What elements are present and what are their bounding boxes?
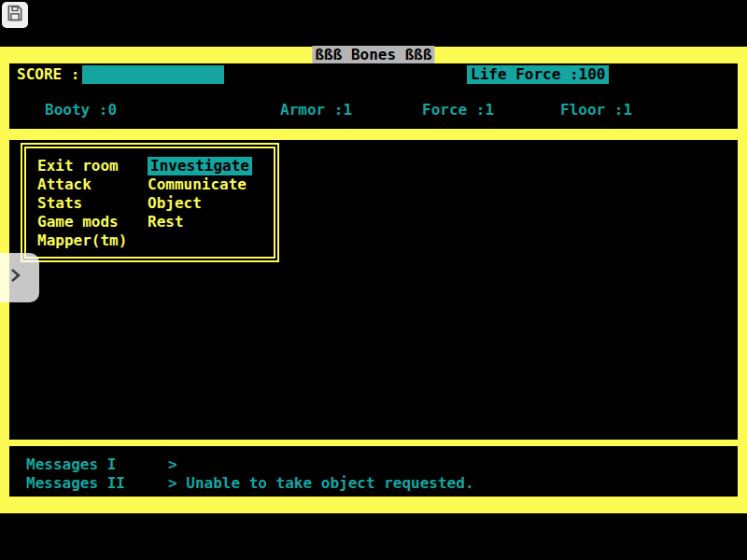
command-menu-border: Exit room Attack Stats Game mods Mapper(… [24,147,275,259]
command-menu: Exit room Attack Stats Game mods Mapper(… [21,143,279,262]
menu-item-communicate[interactable]: Communicate [148,175,247,194]
messages-1-label: Messages I [26,455,116,474]
stat-booty: Booty :0 [45,101,117,119]
menu-item-attack[interactable]: Attack [37,175,92,194]
messages-1-text: > [168,455,177,474]
dos-screen: ßßß Bones ßßß SCORE : 0 Life Force :100 … [0,47,747,513]
chevron-right-icon [7,266,24,289]
game-title: ßßß Bones ßßß [312,46,434,65]
messages-2-label: Messages II [26,474,125,493]
save-button[interactable] [2,2,28,28]
menu-item-mapper[interactable]: Mapper(tm) [37,231,127,250]
menu-item-game-mods[interactable]: Game mods [37,213,119,231]
menu-item-exit-room[interactable]: Exit room [37,157,119,175]
bones-game-screen: ßßß Bones ßßß SCORE : 0 Life Force :100 … [0,0,747,560]
score-label: SCORE : [17,65,79,84]
messages-2-text: > Unable to take object requested. [168,474,474,493]
drawer-handle[interactable] [0,253,39,302]
life-force-badge: Life Force :100 [467,65,609,84]
menu-item-rest[interactable]: Rest [148,213,184,231]
stat-floor: Floor :1 [560,101,632,119]
stat-force: Force :1 [422,101,494,119]
score-value: 0 [207,84,217,102]
menu-item-stats[interactable]: Stats [37,194,82,213]
menu-item-investigate[interactable]: Investigate [148,157,252,175]
score-bar: 0 [82,65,224,84]
floppy-disk-icon [6,4,24,27]
menu-item-object[interactable]: Object [148,194,202,213]
stat-armor: Armor :1 [280,101,352,119]
